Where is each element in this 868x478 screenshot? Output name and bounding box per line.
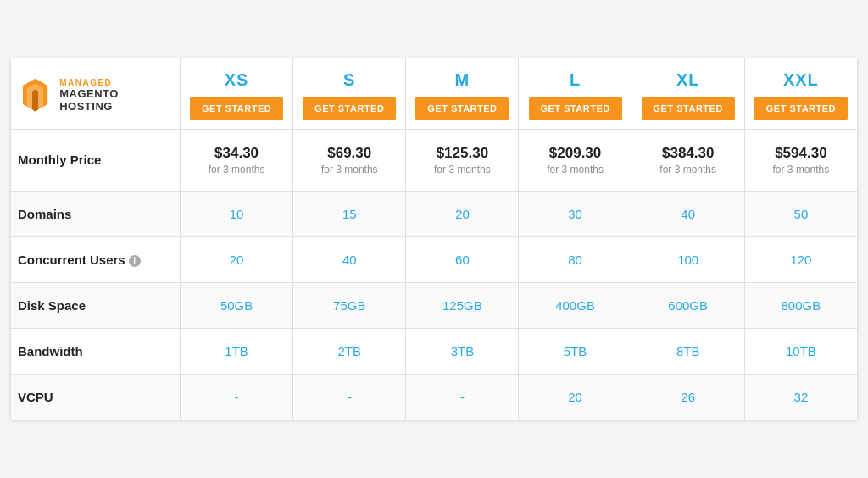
row-label-5: VCPU (11, 375, 181, 420)
get-started-s[interactable]: GET STARTED (303, 97, 396, 120)
logo-text: MANAGED MAGENTO HOSTING (59, 78, 173, 113)
table-row: VCPU---202632 (11, 375, 858, 420)
cell-1-3: 30 (519, 191, 632, 236)
plan-name-xl: XL (639, 70, 737, 90)
cell-0-2: $125.30for 3 months (406, 129, 519, 191)
plan-header-xl: XL GET STARTED (632, 58, 744, 129)
cell-3-3: 400GB (519, 283, 632, 329)
price-sub: for 3 months (300, 164, 398, 175)
cell-3-5: 800GB (744, 283, 857, 329)
logo-managed-label: MANAGED (59, 78, 173, 87)
price-main: $594.30 (752, 145, 850, 162)
plan-name-xxl: XXL (752, 70, 850, 90)
price-sub: for 3 months (639, 164, 737, 175)
cell-0-1: $69.30for 3 months (293, 129, 406, 191)
cell-5-3: 20 (519, 375, 632, 420)
plan-header-m: M GET STARTED (406, 58, 519, 129)
cell-4-5: 10TB (744, 329, 857, 375)
plan-header-xxl: XXL GET STARTED (744, 58, 857, 129)
get-started-xs[interactable]: GET STARTED (190, 97, 283, 120)
cell-2-0: 20 (181, 236, 293, 282)
get-started-xxl[interactable]: GET STARTED (754, 97, 848, 120)
svg-marker-2 (32, 90, 38, 112)
row-label-0: Monthly Price (11, 129, 181, 191)
plan-name-xs: XS (187, 70, 286, 90)
cell-3-2: 125GB (406, 283, 519, 329)
get-started-l[interactable]: GET STARTED (529, 97, 622, 120)
cell-2-1: 40 (293, 236, 406, 282)
cell-1-2: 20 (406, 191, 519, 236)
price-sub: for 3 months (526, 164, 624, 175)
cell-2-2: 60 (406, 236, 519, 282)
cell-1-4: 40 (632, 191, 744, 236)
cell-3-4: 600GB (632, 283, 744, 329)
cell-2-5: 120 (744, 236, 857, 282)
cell-0-4: $384.30for 3 months (632, 129, 744, 191)
cell-5-1: - (293, 375, 406, 420)
price-main: $69.30 (300, 145, 398, 162)
cell-5-2: - (406, 375, 519, 420)
table-row: Disk Space50GB75GB125GB400GB600GB800GB (11, 283, 858, 329)
plan-header-l: L GET STARTED (519, 58, 632, 129)
cell-4-2: 3TB (406, 329, 519, 375)
cell-4-0: 1TB (181, 329, 293, 375)
price-main: $209.30 (526, 145, 624, 162)
get-started-xl[interactable]: GET STARTED (642, 97, 735, 120)
info-icon[interactable]: i (129, 255, 141, 267)
plan-name-s: S (300, 70, 398, 90)
magento-logo-icon (18, 77, 53, 113)
cell-0-0: $34.30for 3 months (181, 129, 293, 191)
row-label-2: Concurrent Usersi (11, 236, 181, 282)
table-row: Monthly Price$34.30for 3 months$69.30for… (11, 129, 858, 191)
table-row: Domains101520304050 (11, 191, 858, 236)
price-main: $384.30 (639, 145, 737, 162)
cell-1-5: 50 (744, 191, 857, 236)
table-row: Bandwidth1TB2TB3TB5TB8TB10TB (11, 329, 858, 375)
cell-2-4: 100 (632, 236, 744, 282)
price-sub: for 3 months (187, 164, 286, 175)
plan-name-l: L (526, 70, 624, 90)
cell-4-1: 2TB (293, 329, 406, 375)
table-row: Concurrent Usersi20406080100120 (11, 236, 858, 282)
cell-2-3: 80 (519, 236, 632, 282)
price-main: $125.30 (413, 145, 511, 162)
cell-5-5: 32 (744, 375, 857, 420)
price-sub: for 3 months (413, 164, 511, 175)
pricing-table-container: MANAGED MAGENTO HOSTING XS GET STARTED S… (10, 58, 858, 420)
cell-5-0: - (181, 375, 293, 420)
cell-4-4: 8TB (632, 329, 744, 375)
cell-0-3: $209.30for 3 months (519, 129, 632, 191)
price-main: $34.30 (187, 145, 286, 162)
logo-cell: MANAGED MAGENTO HOSTING (11, 58, 181, 129)
cell-1-0: 10 (181, 191, 293, 236)
plan-name-m: M (413, 70, 511, 90)
get-started-m[interactable]: GET STARTED (415, 97, 509, 120)
cell-3-0: 50GB (181, 283, 293, 329)
plan-header-s: S GET STARTED (293, 58, 406, 129)
cell-0-5: $594.30for 3 months (744, 129, 857, 191)
header-row: MANAGED MAGENTO HOSTING XS GET STARTED S… (11, 58, 858, 129)
cell-1-1: 15 (293, 191, 406, 236)
logo-hosting-label: MAGENTO HOSTING (59, 87, 173, 113)
cell-4-3: 5TB (519, 329, 632, 375)
row-label-1: Domains (11, 191, 181, 236)
plan-header-xs: XS GET STARTED (181, 58, 293, 129)
price-sub: for 3 months (752, 164, 850, 175)
cell-5-4: 26 (632, 375, 744, 420)
row-label-3: Disk Space (11, 283, 181, 329)
cell-3-1: 75GB (293, 283, 406, 329)
row-label-4: Bandwidth (11, 329, 181, 375)
